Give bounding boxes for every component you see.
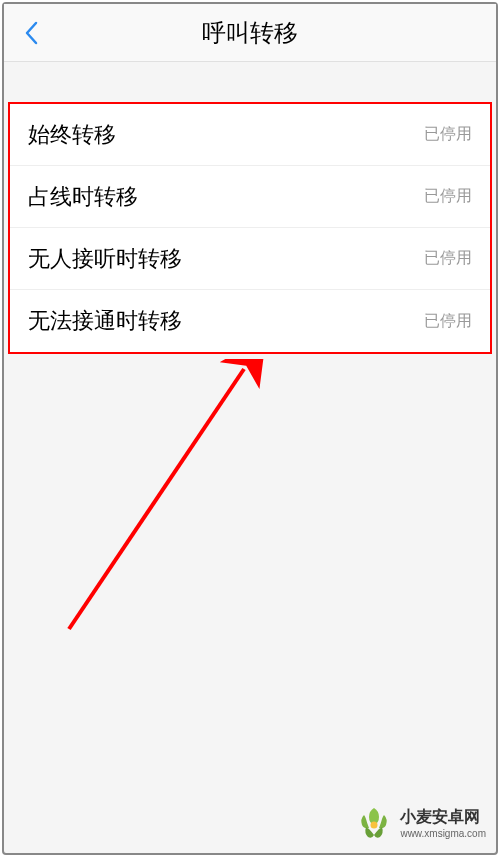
back-button[interactable] xyxy=(16,18,46,48)
forward-item-no-answer[interactable]: 无人接听时转移 已停用 xyxy=(10,228,490,290)
header: 呼叫转移 xyxy=(4,4,496,62)
forward-item-unreachable[interactable]: 无法接通时转移 已停用 xyxy=(10,290,490,352)
item-status: 已停用 xyxy=(424,186,472,207)
forward-list: 始终转移 已停用 占线时转移 已停用 无人接听时转移 已停用 无法接通时转移 已… xyxy=(8,102,492,354)
forward-item-always[interactable]: 始终转移 已停用 xyxy=(10,104,490,166)
item-status: 已停用 xyxy=(424,248,472,269)
forward-item-busy[interactable]: 占线时转移 已停用 xyxy=(10,166,490,228)
annotation-arrow xyxy=(54,359,284,639)
chevron-left-icon xyxy=(24,21,38,45)
item-status: 已停用 xyxy=(424,124,472,145)
watermark-title: 小麦安卓网 xyxy=(400,807,486,828)
item-status: 已停用 xyxy=(424,311,472,332)
item-label: 无法接通时转移 xyxy=(28,306,182,336)
svg-point-1 xyxy=(371,822,378,829)
logo-icon xyxy=(354,803,394,843)
watermark-url: www.xmsigma.com xyxy=(400,828,486,839)
watermark: 小麦安卓网 www.xmsigma.com xyxy=(354,803,486,843)
svg-line-0 xyxy=(69,369,244,629)
item-label: 始终转移 xyxy=(28,120,116,150)
item-label: 占线时转移 xyxy=(28,182,138,212)
page-title: 呼叫转移 xyxy=(202,17,298,49)
item-label: 无人接听时转移 xyxy=(28,244,182,274)
